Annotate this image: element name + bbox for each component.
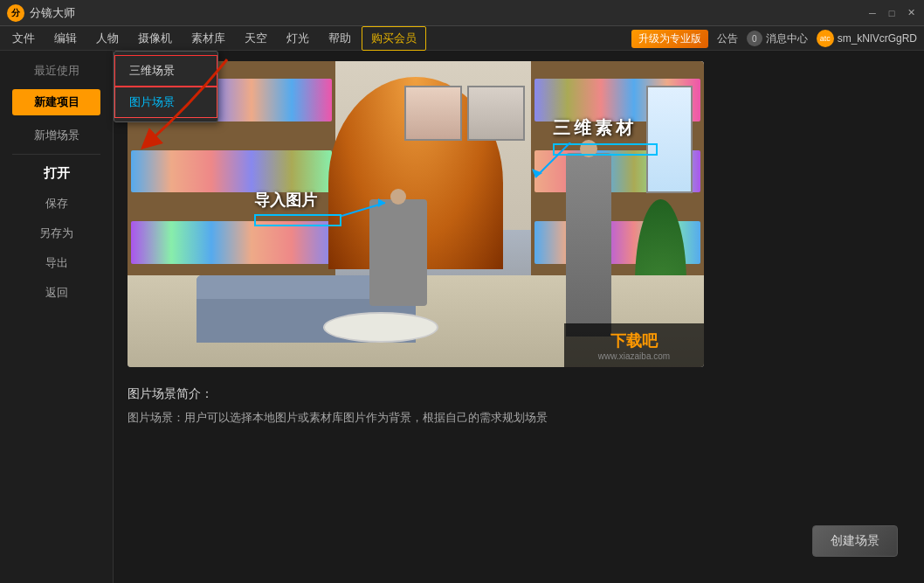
new-project-button[interactable]: 新建项目 bbox=[12, 89, 100, 115]
message-label: 消息中心 bbox=[766, 31, 808, 46]
main-layout: 最近使用 新建项目 新增场景 打开 保存 另存为 导出 返回 三维场景 图片场景 bbox=[0, 51, 924, 583]
dropdown-popup: 三维场景 图片场景 bbox=[114, 51, 218, 122]
titlebar-left: 分 分镜大师 bbox=[7, 4, 75, 22]
watermark-sub: www.xiazaiba.com bbox=[598, 351, 670, 361]
menubar: 文件 编辑 人物 摄像机 素材库 天空 灯光 帮助 购买会员 升级为专业版 公告… bbox=[0, 26, 924, 51]
save-as-item[interactable]: 另存为 bbox=[0, 219, 113, 248]
window bbox=[646, 86, 693, 193]
open-item[interactable]: 打开 bbox=[0, 158, 113, 189]
user-avatar: atc bbox=[817, 30, 834, 47]
app-title: 分镜大师 bbox=[30, 5, 75, 21]
username-label: sm_kNlVcrGgRD bbox=[838, 32, 917, 45]
upgrade-button[interactable]: 升级为专业版 bbox=[631, 30, 708, 48]
menu-light[interactable]: 灯光 bbox=[278, 26, 318, 51]
minimize-button[interactable]: ─ bbox=[866, 7, 879, 19]
menu-character[interactable]: 人物 bbox=[87, 26, 128, 51]
description-text: 图片场景：用户可以选择本地图片或素材库图片作为背景，根据自己的需求规划场景 bbox=[128, 409, 910, 427]
message-center[interactable]: 0 消息中心 bbox=[747, 31, 808, 46]
description-title: 图片场景简介： bbox=[128, 386, 910, 402]
seated-character bbox=[369, 199, 427, 307]
return-item[interactable]: 返回 bbox=[0, 278, 113, 308]
save-item[interactable]: 保存 bbox=[0, 189, 113, 219]
menu-edit[interactable]: 编辑 bbox=[45, 26, 86, 51]
create-scene-button[interactable]: 创建场景 bbox=[812, 525, 898, 557]
export-item[interactable]: 导出 bbox=[0, 248, 113, 278]
top-right-area: 升级为专业版 公告 0 消息中心 atc sm_kNlVcrGgRD bbox=[631, 26, 917, 51]
recent-label: 最近使用 bbox=[0, 58, 113, 84]
content-area: 导入图片 三维素材 bbox=[114, 51, 924, 583]
sidebar: 最近使用 新建项目 新增场景 打开 保存 另存为 导出 返回 bbox=[0, 51, 114, 583]
menu-material[interactable]: 素材库 bbox=[183, 26, 234, 51]
user-area[interactable]: atc sm_kNlVcrGgRD bbox=[817, 30, 917, 47]
notice-button[interactable]: 公告 bbox=[717, 31, 738, 46]
menu-vip[interactable]: 购买会员 bbox=[362, 26, 426, 51]
message-icon: 0 bbox=[747, 31, 762, 46]
window-controls: ─ □ ✕ bbox=[866, 7, 917, 19]
menu-help[interactable]: 帮助 bbox=[320, 26, 360, 51]
dropdown-photo-scene[interactable]: 图片场景 bbox=[114, 87, 217, 118]
character-3d bbox=[566, 153, 612, 337]
menu-sky[interactable]: 天空 bbox=[236, 26, 276, 51]
close-button[interactable]: ✕ bbox=[905, 7, 917, 19]
description-section: 图片场景简介： 图片场景：用户可以选择本地图片或素材库图片作为背景，根据自己的需… bbox=[128, 378, 910, 436]
watermark: 下载吧 www.xiazaiba.com bbox=[564, 323, 704, 367]
dropdown-3d-scene[interactable]: 三维场景 bbox=[114, 55, 217, 87]
menu-file[interactable]: 文件 bbox=[3, 26, 44, 51]
sidebar-divider-1 bbox=[12, 154, 100, 155]
app-logo: 分 bbox=[7, 4, 24, 22]
portrait-1 bbox=[404, 86, 462, 141]
portrait-2 bbox=[467, 86, 525, 141]
menu-camera[interactable]: 摄像机 bbox=[129, 26, 181, 51]
coffee-table bbox=[323, 312, 438, 343]
add-scene-item[interactable]: 新增场景 bbox=[0, 121, 113, 150]
titlebar: 分 分镜大师 ─ □ ✕ bbox=[0, 0, 924, 26]
maximize-button[interactable]: □ bbox=[886, 7, 898, 19]
watermark-main: 下载吧 bbox=[610, 330, 658, 351]
